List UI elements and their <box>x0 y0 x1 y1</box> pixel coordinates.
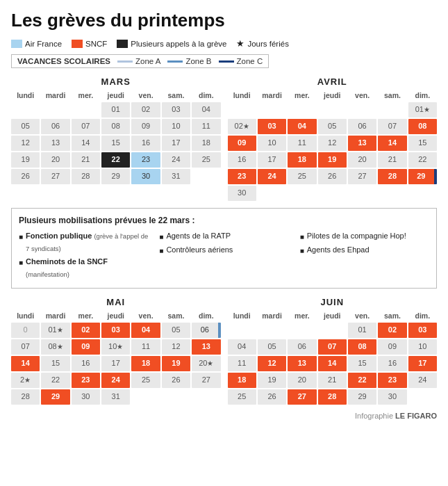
avril-calendar: AVRIL lundi mardi mer. jeudi ven. sam. d… <box>228 76 438 201</box>
mai-25: 25 <box>131 373 160 388</box>
juin-11: 11 <box>228 356 256 371</box>
mars-26: 26 <box>11 169 40 184</box>
juin-14: 14 <box>318 356 347 371</box>
callout-item-ehpad: ■ Agents des Ehpad <box>300 244 429 257</box>
legend: Air France SNCF Plusieurs appels à la gr… <box>11 38 437 49</box>
avril-24: 24 <box>258 169 286 184</box>
mai-03: 03 <box>101 323 130 338</box>
legend-sncf: SNCF <box>72 40 107 48</box>
juin-h1: lundi <box>228 310 256 321</box>
juin-22: 22 <box>348 373 376 388</box>
mars-11: 11 <box>192 119 220 134</box>
callout-item-ratp: ■ Agents de la RATP <box>159 230 288 243</box>
bullet-4: ■ <box>159 245 163 257</box>
avril-17: 17 <box>258 152 286 168</box>
avril-02: 02★ <box>228 119 256 134</box>
juin-26: 26 <box>258 389 286 405</box>
mars-calendar: MARS lundi mardi mer. jeudi ven. sam. di… <box>11 76 221 201</box>
legend-air-france: Air France <box>11 40 62 48</box>
callout-item-hop: ■ Pilotes de la compagnie Hop! <box>300 230 429 243</box>
mars-27: 27 <box>41 169 69 184</box>
mai-h7: dim. <box>192 310 220 321</box>
juin-calendar: JUIN lundi mardi mer. jeudi ven. sam. di… <box>228 297 438 405</box>
mars-h7: dim. <box>192 90 220 101</box>
callout-ehpad-label: Agents des Ehpad <box>307 244 370 257</box>
zone-c-item: Zone C <box>219 57 263 65</box>
avril-13: 13 <box>348 136 376 151</box>
mars-22: 22 <box>101 152 130 168</box>
avril-e6 <box>378 102 406 118</box>
avril-e5 <box>348 102 376 118</box>
avril-e-end5 <box>378 186 406 201</box>
avril-30: 30 <box>228 186 256 201</box>
mai-04: 04 <box>131 323 160 338</box>
mars-15: 15 <box>101 136 130 151</box>
mars-03: 03 <box>162 102 190 118</box>
mars-31: 31 <box>162 169 190 184</box>
mars-10: 10 <box>162 119 190 134</box>
juin-29: 29 <box>348 389 376 405</box>
juin-17: 17 <box>408 356 437 371</box>
legend-jf-label: Jours fériés <box>247 40 288 48</box>
mars-h6: sam. <box>162 90 190 101</box>
mars-h3: mer. <box>72 90 100 101</box>
credit-line: Infographie LE FIGARO <box>11 412 437 420</box>
avril-04: 04 <box>288 119 316 134</box>
avril-11: 11 <box>288 136 316 151</box>
zone-c-label: Zone C <box>237 57 263 65</box>
zone-a-line <box>117 60 133 63</box>
mai-21: 2★ <box>11 373 40 388</box>
juin-grid: lundi mardi mer. jeudi ven. sam. dim. 01… <box>228 310 438 405</box>
mars-04: 04 <box>192 102 220 118</box>
mai-08: 08★ <box>41 339 69 355</box>
mai-20: 20★ <box>192 356 220 371</box>
juin-09: 09 <box>378 339 406 355</box>
mars-23: 23 <box>131 152 160 168</box>
avril-e2 <box>258 102 286 118</box>
juin-e2 <box>258 323 286 338</box>
juin-02: 02 <box>378 323 406 338</box>
avril-08: 08 <box>408 119 437 134</box>
callout-item-ctrl: ■ Contrôleurs aériens <box>159 244 288 257</box>
mai-10: 10★ <box>101 339 130 355</box>
bullet-1: ■ <box>19 232 23 243</box>
avril-09: 09 <box>228 136 256 151</box>
avril-22: 22 <box>408 152 437 168</box>
mai-27: 27 <box>192 373 220 388</box>
mai-02: 02 <box>72 323 100 338</box>
avril-01: 01★ <box>408 102 437 118</box>
page-title: Les grèves du printemps <box>11 10 437 31</box>
avril-25: 25 <box>288 169 316 184</box>
avril-27: 27 <box>348 169 376 184</box>
mai-06: 06 <box>192 323 220 338</box>
legend-air-france-label: Air France <box>25 40 62 48</box>
juin-h7: dim. <box>408 310 437 321</box>
mai-title: MAI <box>11 297 221 307</box>
mars-18: 18 <box>192 136 220 151</box>
avril-h6: sam. <box>378 90 406 101</box>
juin-16: 16 <box>378 356 406 371</box>
mars-08: 08 <box>101 119 130 134</box>
juin-08: 08 <box>348 339 376 355</box>
sncf-swatch <box>72 40 83 48</box>
mars-20: 20 <box>41 152 69 168</box>
avril-h3: mer. <box>288 90 316 101</box>
avril-h2: mardi <box>258 90 286 101</box>
legend-sncf-label: SNCF <box>85 40 107 48</box>
avril-28: 28 <box>378 169 406 184</box>
avril-e-end1 <box>258 186 286 201</box>
avril-e-end3 <box>318 186 347 201</box>
mai-28: 28 <box>11 389 40 405</box>
bullet-2: ■ <box>19 257 23 268</box>
juin-04: 04 <box>228 339 256 355</box>
zone-b-item: Zone B <box>167 57 211 65</box>
mars-h1: lundi <box>11 90 40 101</box>
juin-19: 19 <box>258 373 286 388</box>
mai-24: 24 <box>101 373 130 388</box>
juin-20: 20 <box>288 373 316 388</box>
avril-e1 <box>228 102 256 118</box>
mars-empty-end <box>192 169 220 184</box>
callout-ctrl-label: Contrôleurs aériens <box>166 244 233 257</box>
zone-b-label: Zone B <box>185 57 211 65</box>
mai-h5: ven. <box>131 310 160 321</box>
